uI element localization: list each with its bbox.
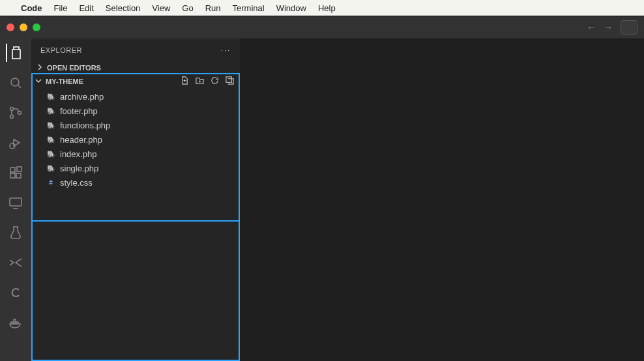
- svg-rect-9: [10, 198, 22, 206]
- php-file-icon: 🐘: [46, 149, 56, 159]
- file-item[interactable]: 🐘 archive.php: [31, 89, 240, 104]
- file-item[interactable]: # style.css: [31, 175, 240, 190]
- svg-rect-14: [226, 77, 231, 82]
- explorer-header: EXPLORER ···: [31, 38, 240, 61]
- svg-rect-8: [17, 167, 22, 171]
- file-item[interactable]: 🐘 footer.php: [31, 104, 240, 118]
- traffic-lights: [7, 23, 40, 31]
- menu-window[interactable]: Window: [276, 3, 306, 13]
- activity-c-icon[interactable]: [7, 283, 25, 302]
- svg-point-2: [10, 115, 14, 119]
- open-editors-label: OPEN EDITORS: [47, 64, 101, 72]
- minimize-window-icon[interactable]: [20, 23, 27, 31]
- open-editors-section[interactable]: OPEN EDITORS: [31, 61, 240, 74]
- svg-rect-6: [10, 173, 15, 178]
- file-item[interactable]: 🐘 single.php: [31, 161, 240, 175]
- menu-selection[interactable]: Selection: [106, 3, 140, 13]
- app-name[interactable]: Code: [21, 3, 42, 13]
- menu-go[interactable]: Go: [182, 3, 193, 13]
- file-item[interactable]: 🐘 functions.php: [31, 118, 240, 132]
- php-file-icon: 🐘: [46, 163, 56, 173]
- php-file-icon: 🐘: [46, 106, 56, 116]
- svg-rect-5: [10, 167, 15, 172]
- menu-file[interactable]: File: [54, 3, 68, 13]
- vscode-window: ← →: [0, 16, 644, 361]
- nav-back-icon[interactable]: ←: [587, 22, 596, 33]
- activity-explorer-icon[interactable]: [6, 44, 24, 62]
- main-area: EXPLORER ··· OPEN EDITORS MY-THEME: [0, 38, 644, 361]
- activity-remote-icon[interactable]: [7, 194, 25, 212]
- menu-edit[interactable]: Edit: [79, 3, 93, 13]
- titlebar-right: ← →: [587, 20, 637, 35]
- new-folder-icon[interactable]: [195, 76, 205, 87]
- activity-vs-icon[interactable]: [7, 253, 25, 272]
- file-item[interactable]: 🐘 index.php: [31, 147, 240, 161]
- css-file-icon: #: [46, 177, 56, 188]
- zoom-window-icon[interactable]: [33, 23, 40, 31]
- folder-actions: [180, 76, 235, 87]
- svg-rect-7: [16, 173, 21, 178]
- explorer-sidebar: EXPLORER ··· OPEN EDITORS MY-THEME: [31, 38, 240, 361]
- svg-point-3: [18, 111, 22, 115]
- menu-help[interactable]: Help: [318, 3, 336, 13]
- close-window-icon[interactable]: [7, 23, 14, 31]
- php-file-icon: 🐘: [46, 91, 56, 102]
- file-name: functions.php: [60, 121, 110, 130]
- nav-forward-icon[interactable]: →: [604, 22, 613, 33]
- file-item[interactable]: 🐘 header.php: [31, 132, 240, 147]
- svg-point-0: [11, 78, 19, 86]
- mac-menubar: Code File Edit Selection View Go Run Ter…: [0, 0, 644, 16]
- file-name: header.php: [60, 135, 102, 145]
- activity-bar: [0, 38, 31, 361]
- explorer-title: EXPLORER: [40, 46, 82, 54]
- folder-section[interactable]: MY-THEME: [31, 74, 240, 88]
- activity-docker-icon[interactable]: [7, 313, 25, 332]
- activity-testing-icon[interactable]: [7, 224, 25, 242]
- svg-rect-13: [14, 319, 16, 321]
- folder-name: MY-THEME: [46, 78, 83, 85]
- activity-search-icon[interactable]: [7, 74, 25, 92]
- activity-source-control-icon[interactable]: [7, 104, 25, 122]
- editor-area[interactable]: [240, 38, 644, 361]
- file-name: footer.php: [60, 106, 98, 116]
- file-name: index.php: [60, 149, 96, 159]
- file-name: style.css: [60, 178, 93, 188]
- chevron-right-icon: [37, 64, 44, 72]
- new-file-icon[interactable]: [180, 76, 190, 87]
- chevron-down-icon: [35, 78, 43, 85]
- collapse-icon[interactable]: [225, 76, 235, 87]
- php-file-icon: 🐘: [46, 120, 56, 130]
- menu-terminal[interactable]: Terminal: [233, 3, 265, 13]
- activity-debug-icon[interactable]: [7, 134, 25, 152]
- command-center-input[interactable]: [621, 20, 637, 35]
- refresh-icon[interactable]: [210, 76, 220, 87]
- explorer-more-icon[interactable]: ···: [221, 46, 231, 54]
- activity-extensions-icon[interactable]: [7, 164, 25, 182]
- file-name: single.php: [60, 164, 98, 173]
- menu-view[interactable]: View: [152, 3, 170, 13]
- annotation-highlight-box: [31, 222, 240, 361]
- php-file-icon: 🐘: [46, 134, 56, 145]
- menu-run[interactable]: Run: [205, 3, 221, 13]
- file-list: 🐘 archive.php 🐘 footer.php 🐘 functions.p…: [31, 88, 240, 191]
- titlebar: ← →: [0, 16, 644, 38]
- file-name: archive.php: [60, 92, 104, 102]
- svg-point-1: [10, 108, 14, 111]
